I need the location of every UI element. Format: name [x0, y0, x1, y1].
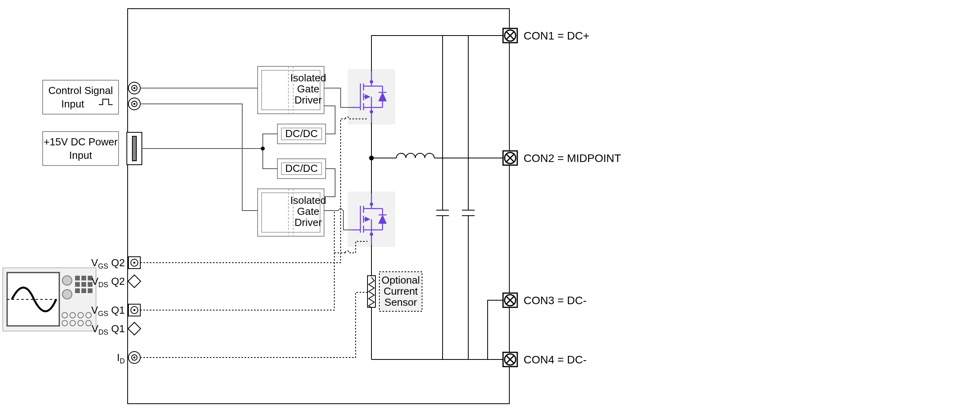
connector-con1: CON1 = DC+: [503, 28, 590, 43]
dcdc-bottom: DC/DC: [277, 159, 326, 179]
svg-text:VDS Q1: VDS Q1: [92, 323, 125, 336]
svg-point-132: [134, 262, 136, 264]
svg-text:Control Signal: Control Signal: [48, 85, 113, 96]
connector-con4: CON4 = DC-: [503, 352, 586, 367]
svg-text:CON3 = DC-: CON3 = DC-: [524, 294, 586, 307]
svg-text:CON4 = DC-: CON4 = DC-: [524, 354, 586, 366]
connector-con2: CON2 = MIDPOINT: [503, 151, 621, 165]
svg-marker-140: [128, 322, 141, 335]
svg-text:Driver: Driver: [294, 216, 322, 228]
wire-pwr-to-dcdc-bottom: [263, 149, 277, 169]
capacitor-right: [462, 158, 475, 359]
wire-driver-bottom-to-gate: [324, 211, 351, 230]
probe-vgs-q2: VGS Q2: [91, 257, 140, 270]
svg-text:Isolated: Isolated: [290, 72, 326, 84]
wire-pwr-to-dcdc-top: [142, 134, 277, 149]
svg-point-8: [62, 276, 72, 285]
svg-marker-134: [128, 275, 141, 288]
wire-driver-top-to-gate: [324, 88, 351, 107]
svg-rect-16: [75, 288, 80, 293]
wire-dc-plus-rail: [371, 36, 503, 71]
svg-text:Gate: Gate: [297, 205, 319, 217]
wire-pwr-junction: [261, 147, 265, 151]
control-signal-input-block: Control Signal Input: [43, 80, 119, 114]
svg-text:CON2 = MIDPOINT: CON2 = MIDPOINT: [524, 152, 621, 164]
svg-rect-17: [81, 288, 86, 293]
isolated-gate-driver-top: Isolated Gate Driver: [258, 66, 326, 114]
svg-point-29: [134, 87, 136, 89]
oscilloscope: [3, 268, 96, 331]
svg-text:VGS Q1: VGS Q1: [91, 304, 125, 318]
capacitor-left: [436, 158, 449, 359]
probe-vds-q2: VDS Q2: [92, 275, 141, 289]
svg-text:Gate: Gate: [297, 83, 319, 95]
svg-text:ID: ID: [117, 352, 125, 365]
svg-text:Driver: Driver: [294, 94, 322, 106]
svg-text:Current: Current: [384, 285, 418, 297]
svg-rect-34: [132, 136, 136, 161]
svg-text:Optional: Optional: [382, 274, 420, 286]
dash-id: [140, 292, 368, 357]
inductor: [396, 153, 434, 158]
svg-text:Isolated: Isolated: [290, 194, 326, 206]
svg-rect-18: [88, 288, 92, 293]
connector-con3: CON3 = DC-: [503, 293, 586, 307]
svg-text:Input: Input: [61, 98, 85, 110]
svg-text:DC/DC: DC/DC: [285, 162, 318, 174]
dash-vgs-q2: [140, 119, 368, 263]
svg-text:VGS Q2: VGS Q2: [91, 257, 125, 270]
svg-text:VDS Q2: VDS Q2: [92, 275, 125, 289]
svg-point-32: [134, 103, 136, 105]
svg-text:Input: Input: [69, 149, 92, 161]
svg-text:+15V DC Power: +15V DC Power: [43, 136, 117, 148]
control-signal-bnc-connectors: [128, 82, 140, 110]
probe-id: ID: [117, 352, 140, 365]
svg-rect-10: [75, 276, 80, 280]
power-input-block: +15V DC Power Input: [43, 132, 119, 166]
svg-rect-11: [81, 276, 86, 280]
block-diagram: Control Signal Input +15V DC Power Input: [0, 0, 980, 412]
optional-current-sensor: Optional Current Sensor: [368, 272, 422, 311]
wire-ctrl-to-bottom-driver: [140, 104, 258, 211]
svg-rect-14: [81, 282, 86, 287]
probe-vgs-q1: VGS Q1: [91, 304, 140, 318]
dash-vgs-q1: [140, 211, 368, 310]
power-header: [127, 132, 142, 165]
svg-rect-13: [75, 282, 80, 287]
svg-point-138: [134, 309, 136, 311]
svg-point-9: [62, 290, 72, 299]
probe-vds-q1: VDS Q1: [92, 322, 141, 336]
svg-text:Sensor: Sensor: [384, 296, 417, 308]
svg-point-144: [134, 357, 136, 359]
svg-text:CON1 = DC+: CON1 = DC+: [524, 30, 590, 42]
svg-text:DC/DC: DC/DC: [285, 128, 318, 139]
isolated-gate-driver-bottom: Isolated Gate Driver: [258, 189, 326, 236]
dcdc-top: DC/DC: [277, 124, 326, 144]
